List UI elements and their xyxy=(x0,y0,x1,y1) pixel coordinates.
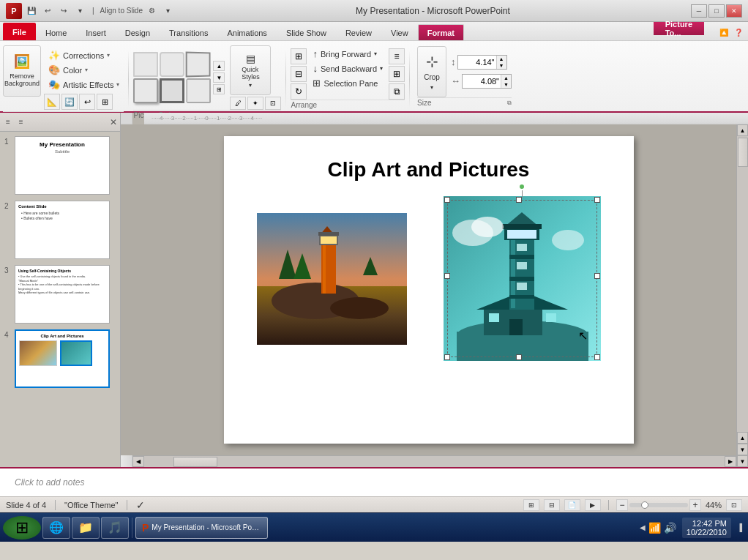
save-qat-button[interactable]: 💾 xyxy=(25,4,38,18)
ribbon-help-button[interactable]: 🔼 xyxy=(717,26,730,39)
color-button[interactable]: 🎨 Color ▾ xyxy=(44,63,124,77)
style-3[interactable] xyxy=(186,52,211,78)
maximize-button[interactable]: □ xyxy=(708,4,725,18)
tab-animations[interactable]: Animations xyxy=(217,24,276,40)
scroll-h-thumb[interactable] xyxy=(173,457,217,467)
check-icon[interactable]: ✓ xyxy=(136,499,145,511)
fit-window-button[interactable]: ⊡ xyxy=(726,499,742,511)
taskbar-item-explorer[interactable]: 📁 xyxy=(72,517,100,539)
slide-thumb-3[interactable]: 3 Using Self-Containing Objects • Use th… xyxy=(3,264,117,325)
style-1[interactable] xyxy=(133,52,158,77)
show-desktop-button[interactable]: ▐ xyxy=(737,523,742,531)
width-up-button[interactable]: ▲ xyxy=(501,75,511,81)
height-up-button[interactable]: ▲ xyxy=(496,56,506,62)
start-button[interactable]: ⊞ xyxy=(3,516,41,540)
height-input[interactable] xyxy=(458,56,496,69)
handle-bl[interactable] xyxy=(444,354,450,360)
undo-qat-button[interactable]: ↩ xyxy=(41,4,54,18)
send-backward-button[interactable]: ↓ Send Backward ▾ xyxy=(310,61,386,75)
size-expand[interactable]: ⧉ xyxy=(507,100,512,107)
bring-forward-button[interactable]: ↑ Bring Forward ▾ xyxy=(310,47,386,61)
tab-transitions[interactable]: Transitions xyxy=(160,24,217,40)
reset-picture-button[interactable]: ↩ xyxy=(79,94,95,110)
compress-button[interactable]: 📐 xyxy=(44,94,60,110)
handle-tm[interactable] xyxy=(516,197,522,203)
redo-qat-button[interactable]: ↪ xyxy=(57,4,70,18)
zoom-thumb[interactable] xyxy=(641,501,648,509)
style-2[interactable] xyxy=(160,52,184,77)
zoom-out-button[interactable]: − xyxy=(616,499,628,511)
taskbar-item-powerpoint[interactable]: P My Presentation - Microsoft PowerPoint xyxy=(135,517,268,539)
canvas-area[interactable]: Clip Art and Pictures xyxy=(121,124,736,455)
align-distribute2-button[interactable]: ⊞ xyxy=(389,66,405,82)
slide-thumb-4[interactable]: 4 Clip Art and Pictures xyxy=(3,328,117,389)
system-clock[interactable]: 12:42 PM 10/22/2010 xyxy=(682,518,731,538)
crop-button[interactable]: ⊹ Crop ▾ xyxy=(417,46,446,97)
zoom-slider[interactable] xyxy=(629,503,688,507)
scroll-h-right[interactable]: ▶ xyxy=(725,456,736,467)
handle-rotate[interactable] xyxy=(518,183,526,190)
ribbon-question-button[interactable]: ❓ xyxy=(732,26,745,39)
tab-design[interactable]: Design xyxy=(116,24,160,40)
photo-image-container[interactable] xyxy=(257,213,407,345)
zoom-in-button[interactable]: + xyxy=(689,499,701,511)
handle-ml[interactable] xyxy=(444,273,450,279)
slide-thumb-1[interactable]: 1 My Presentation Subtitle xyxy=(3,135,117,196)
customize-qat2-button[interactable]: ▾ xyxy=(162,4,175,18)
align-distribute3-button[interactable]: ⧉ xyxy=(389,83,405,100)
tab-view[interactable]: View xyxy=(381,24,418,40)
style-6[interactable] xyxy=(186,78,211,103)
style-4[interactable] xyxy=(133,78,158,103)
sound-icon[interactable]: 🔊 xyxy=(664,522,676,534)
style-scroll-down[interactable]: ▼ xyxy=(213,72,225,83)
slides-tab[interactable]: ≡ xyxy=(3,116,13,127)
align-distribute-button[interactable]: ≡ xyxy=(389,48,405,64)
customize-qat-button[interactable]: ▾ xyxy=(73,4,86,18)
scroll-v-page-down[interactable]: ▼ xyxy=(737,444,748,455)
reading-view-button[interactable]: 📄 xyxy=(564,499,580,511)
artistic-effects-button[interactable]: 🎭 Artistic Effects ▾ xyxy=(44,78,124,92)
picture-layout-button[interactable]: ⊡ xyxy=(265,97,281,110)
quick-styles-button[interactable]: ▤ QuickStyles ▾ xyxy=(230,45,271,95)
corrections-button[interactable]: ✨ Corrections ▾ xyxy=(44,48,124,62)
tab-home[interactable]: Home xyxy=(36,24,76,40)
close-button[interactable]: ✕ xyxy=(726,4,742,18)
tab-file[interactable]: File xyxy=(3,23,36,40)
handle-mr[interactable] xyxy=(594,273,600,279)
taskbar-item-ie[interactable]: 🌐 xyxy=(42,517,70,539)
scroll-h-left[interactable]: ◀ xyxy=(132,456,144,467)
tray-arrow[interactable]: ◀ xyxy=(640,523,646,531)
style-scroll-more[interactable]: ⊞ xyxy=(213,84,225,94)
tab-insert[interactable]: Insert xyxy=(76,24,116,40)
network-icon[interactable]: 📶 xyxy=(648,522,661,534)
picture-effects-button[interactable]: ✦ xyxy=(247,97,263,110)
scroll-v-thumb[interactable] xyxy=(738,138,748,167)
panel-close-button[interactable]: ✕ xyxy=(110,117,117,127)
reset-picture-size-button[interactable]: ⊞ xyxy=(97,94,113,110)
handle-bm[interactable] xyxy=(516,354,522,360)
scroll-v-page-up[interactable]: ▲ xyxy=(737,432,748,444)
presentation-options-button[interactable]: ⚙ xyxy=(146,4,159,18)
scroll-v-up[interactable]: ▲ xyxy=(737,124,748,136)
width-input[interactable] xyxy=(463,75,501,88)
notes-area[interactable]: Click to add notes xyxy=(0,467,748,496)
style-5[interactable] xyxy=(160,78,184,103)
tab-slideshow[interactable]: Slide Show xyxy=(277,24,336,40)
clipart-image-container[interactable]: ↖ xyxy=(444,196,601,361)
group-button[interactable]: ⊟ xyxy=(291,66,307,82)
office-button[interactable]: P xyxy=(6,3,22,19)
scroll-v-down[interactable]: ▼ xyxy=(737,455,748,467)
rotate-button[interactable]: ↻ xyxy=(291,83,307,100)
slideshow-view-button[interactable]: ▶ xyxy=(585,499,601,511)
align-button[interactable]: ⊞ xyxy=(291,48,307,64)
tab-review[interactable]: Review xyxy=(336,24,381,40)
height-down-button[interactable]: ▼ xyxy=(496,62,506,69)
handle-br[interactable] xyxy=(594,354,600,360)
outline-tab[interactable]: ≡ xyxy=(16,116,26,127)
picture-border-button[interactable]: 🖊 xyxy=(230,97,246,110)
width-down-button[interactable]: ▼ xyxy=(501,81,511,88)
slide-thumb-2[interactable]: 2 Content Slide • Here are some bullets … xyxy=(3,199,117,261)
handle-tl[interactable] xyxy=(444,197,450,203)
remove-background-button[interactable]: 🖼️ Remove Background xyxy=(3,45,41,97)
selection-pane-button[interactable]: ⊞ Selection Pane xyxy=(310,76,386,90)
